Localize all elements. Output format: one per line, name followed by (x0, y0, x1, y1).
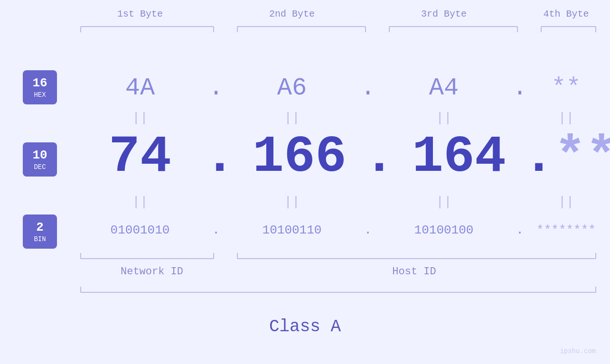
base-badges: 16 HEX 10 DEC 2 BIN (23, 70, 57, 249)
outer-bottom-bracket (76, 284, 601, 297)
bin-b1: 01001010 (111, 223, 170, 237)
header-1st-byte: 1st Byte (76, 9, 204, 19)
bin-dot2: . (364, 223, 372, 237)
hex-b3: A4 (429, 74, 459, 102)
hex-b4: ** (551, 74, 581, 102)
header-3rd-byte: 3rd Byte (380, 9, 508, 19)
host-id-label: Host ID (392, 266, 436, 278)
class-label: Class A (0, 317, 610, 336)
equals-2-b3: || (436, 195, 452, 209)
bottom-brackets (76, 250, 601, 263)
network-id-label: Network ID (121, 266, 183, 278)
main-container: 1st Byte 2nd Byte 3rd Byte 4th Byte (0, 0, 610, 364)
hex-dot3: . (512, 74, 527, 102)
dec-dot2: . (364, 127, 395, 187)
hex-b2: A6 (277, 74, 307, 102)
bin-b3: 10100100 (414, 223, 474, 237)
hex-dot1: . (208, 74, 223, 102)
bin-b4: ******** (536, 223, 596, 237)
hex-dot2: . (360, 74, 375, 102)
hex-badge: 16 HEX (23, 70, 57, 104)
dec-b2: 166 (253, 127, 347, 187)
bin-badge: 2 BIN (23, 215, 57, 249)
bin-dot1: . (212, 223, 220, 237)
hex-row: 4A . A6 . A4 . ** (76, 69, 601, 107)
dec-dot1: . (204, 127, 235, 187)
bin-row: 01001010 . 10100110 . 10100100 . *******… (76, 211, 601, 249)
equals-row-2: || || || || (76, 192, 601, 211)
hex-b1: 4A (125, 74, 155, 102)
equals-2-b1: || (132, 195, 148, 209)
dec-b4: *** (554, 127, 610, 187)
dec-row: 74 . 166 . 164 . *** (76, 121, 601, 192)
watermark: ipshu.com (560, 347, 596, 355)
header-2nd-byte: 2nd Byte (228, 9, 356, 19)
id-labels: Network ID Host ID (76, 266, 601, 278)
top-brackets (76, 22, 601, 35)
byte-headers-row: 1st Byte 2nd Byte 3rd Byte 4th Byte (76, 9, 601, 19)
equals-2-b2: || (284, 195, 300, 209)
dec-b3: 164 (412, 127, 506, 187)
header-4th-byte: 4th Byte (532, 9, 601, 19)
bin-b2: 10100110 (263, 223, 322, 237)
dec-b1: 74 (109, 127, 171, 187)
dec-dot3: . (523, 127, 554, 187)
bin-dot3: . (516, 223, 524, 237)
dec-badge: 10 DEC (23, 142, 57, 177)
equals-2-b4: || (558, 195, 574, 209)
